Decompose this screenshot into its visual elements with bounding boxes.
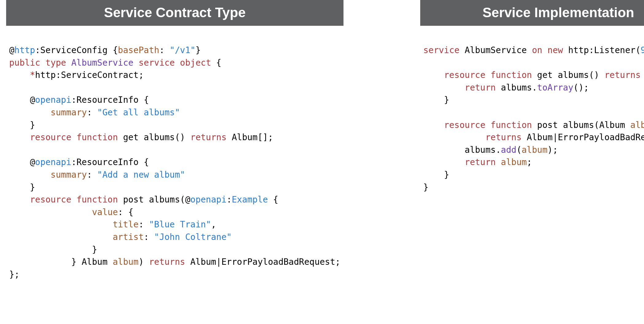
ident-albums-r2: albums: [465, 145, 496, 155]
call-toarray: toArray: [537, 83, 573, 93]
kw-type: type: [45, 58, 66, 68]
val-summary-2: "Add a new album": [97, 170, 185, 180]
val-summary-1: "Get all albums": [97, 107, 180, 118]
typename-r: AlbumService: [465, 45, 527, 55]
annot-example: Example: [232, 195, 268, 205]
rettype-2: Album|ErrorPayloadBadRequest: [190, 257, 335, 267]
annot-serviceconfig: ServiceConfig: [40, 45, 107, 55]
kw-object: object: [180, 58, 211, 68]
param-type-2: Album: [82, 257, 107, 267]
include-http: http: [35, 70, 56, 80]
right-header: Service Implementation: [420, 0, 644, 26]
field-title: title: [113, 219, 138, 230]
kw-function-2: function: [76, 195, 118, 205]
retval-album: album: [501, 157, 527, 167]
ident-albums-r1: albums: [501, 83, 532, 93]
val-basepath: "/v1": [170, 45, 196, 55]
two-column-layout: Service Contract Type @http:ServiceConfi…: [0, 0, 644, 281]
annot-resourceinfo-1: ResourceInfo: [76, 95, 138, 105]
arg-album: album: [522, 145, 547, 155]
rettype-1: Album[]: [232, 132, 268, 142]
annot-openapi-example: openapi: [190, 195, 227, 205]
field-value: value: [92, 207, 118, 217]
kw-returns-2: returns: [149, 257, 185, 267]
num-port: 9090: [641, 45, 644, 55]
kw-returns-r1: returns: [604, 70, 641, 80]
paramtype-r2: Album: [599, 120, 625, 130]
kw-returns-1: returns: [190, 132, 227, 142]
include-star: *: [30, 70, 35, 80]
method-get-1: get: [123, 132, 139, 142]
kw-service: service: [138, 58, 175, 68]
kw-new: new: [548, 45, 563, 55]
field-basepath: basePath: [118, 45, 159, 55]
left-header: Service Contract Type: [6, 0, 343, 26]
val-title: "Blue Train": [149, 219, 211, 230]
kw-function-1: function: [76, 132, 118, 142]
method-post-2: post: [123, 195, 144, 205]
rettype-r2: Album|ErrorPayloadBadRequest: [527, 132, 644, 142]
kw-resource-r1: resource: [444, 70, 485, 80]
left-column: Service Contract Type @http:ServiceConfi…: [6, 0, 343, 281]
annot-http: http: [14, 45, 35, 55]
path-albums-1: albums: [144, 132, 175, 142]
left-code: @http:ServiceConfig {basePath: "/v1"} pu…: [6, 44, 343, 281]
path-albums-2: albums: [149, 195, 180, 205]
kw-resource-1: resource: [30, 132, 71, 142]
val-artist: "John Coltrane": [154, 232, 232, 242]
ident-http-r: http: [568, 45, 589, 55]
typename-albumservice: AlbumService: [71, 58, 133, 68]
field-summary-2: summary: [51, 170, 87, 180]
method-get-r1: get: [537, 70, 553, 80]
path-albums-r2: albums: [563, 120, 594, 130]
annot-openapi-2: openapi: [35, 157, 71, 167]
field-summary-1: summary: [51, 107, 87, 118]
call-add: add: [501, 145, 517, 155]
path-albums-r1: albums: [558, 70, 589, 80]
kw-returns-r2: returns: [485, 132, 522, 142]
kw-public: public: [9, 58, 40, 68]
kw-function-r1: function: [491, 70, 532, 80]
kw-return-r2: return: [465, 157, 496, 167]
right-code: service AlbumService on new http:Listene…: [420, 44, 644, 194]
kw-resource-2: resource: [30, 195, 71, 205]
field-artist: artist: [113, 232, 144, 242]
kw-service-r: service: [423, 45, 460, 55]
page: Service Contract Type @http:ServiceConfi…: [0, 0, 644, 281]
include-servicecontract: ServiceContract: [61, 70, 139, 80]
kw-function-r2: function: [491, 120, 532, 130]
paramname-r2: album: [630, 120, 644, 130]
kw-on: on: [532, 45, 542, 55]
right-column: Service Implementation service AlbumServ…: [420, 0, 644, 194]
ident-listener: Listener: [594, 45, 635, 55]
annot-resourceinfo-2: ResourceInfo: [76, 157, 138, 167]
kw-resource-r2: resource: [444, 120, 485, 130]
kw-return-r1: return: [465, 83, 496, 93]
method-post-r2: post: [537, 120, 558, 130]
annot-openapi-1: openapi: [35, 95, 71, 105]
param-name-2: album: [113, 257, 138, 267]
